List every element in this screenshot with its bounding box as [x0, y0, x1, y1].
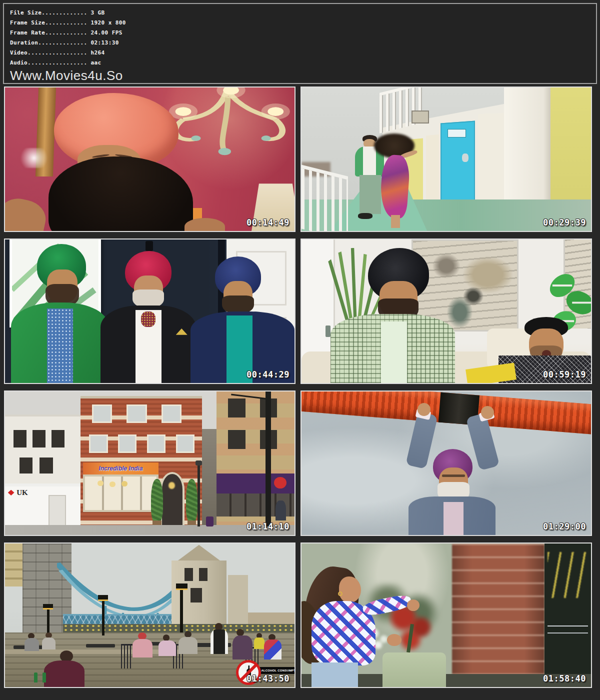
hand — [418, 403, 430, 416]
scene-london-street: UK Incredible India — [5, 392, 294, 535]
window — [40, 458, 52, 474]
yellow-top-torso — [254, 638, 264, 649]
topiary-tree — [186, 479, 198, 522]
screenshot-thumb-7[interactable]: ALCOHOL CONSUMPTION IS INJURIOUS 01:43:5… — [4, 542, 296, 688]
door-latch — [462, 154, 468, 162]
orange-pipe — [300, 390, 592, 436]
arched-doorway — [160, 472, 184, 526]
hand — [481, 406, 494, 419]
window — [176, 434, 195, 453]
hand — [407, 600, 419, 611]
screenshots-grid: 00:14:49 — [4, 86, 592, 688]
site-watermark: Www.Movies4u.So — [10, 68, 590, 83]
street-lamp — [198, 464, 200, 526]
incredible-india-sign: Incredible India — [99, 465, 143, 472]
timestamp-overlay: 01:43:50 — [246, 674, 290, 684]
alley — [202, 429, 216, 526]
blue-shirt — [47, 308, 73, 383]
arm — [406, 412, 438, 469]
hand — [184, 218, 225, 232]
beer-bottle — [42, 672, 46, 682]
wheelie-bin — [206, 516, 214, 526]
man-red-turban-torso — [132, 639, 153, 658]
file-info-line: Frame Rate............ 24.00 FPS — [10, 28, 590, 38]
hand — [387, 634, 402, 646]
waiter-torso — [210, 630, 228, 654]
mint-shirt — [381, 322, 407, 383]
lamp-post — [266, 392, 270, 526]
file-info-line: Frame Size............ 1920 x 800 — [10, 18, 590, 28]
window — [126, 404, 147, 423]
scene-three-men — [5, 240, 294, 383]
window — [32, 430, 46, 447]
scene-train-blur — [302, 544, 591, 687]
timestamp-overlay: 00:29:39 — [543, 218, 586, 228]
side-turret — [228, 575, 248, 624]
scene-hanging-pipe — [302, 392, 591, 535]
timestamp-overlay: 00:44:29 — [246, 370, 290, 380]
screenshot-thumb-6[interactable]: 01:29:00 — [300, 390, 592, 536]
window — [14, 430, 26, 447]
timestamp-overlay: 01:58:40 — [543, 674, 586, 684]
shop-door — [48, 495, 66, 526]
cafe-chair — [121, 644, 132, 668]
tower-window — [199, 568, 208, 581]
window — [20, 458, 32, 474]
shop-logo-circle — [274, 477, 286, 488]
cafe-table — [86, 644, 115, 648]
jeans — [312, 662, 358, 687]
timestamp-overlay: 00:14:49 — [246, 218, 290, 228]
scene-tower-bridge-cafe: ALCOHOL CONSUMPTION IS INJURIOUS — [5, 544, 294, 687]
file-info-line: Video................. h264 — [10, 48, 590, 58]
pink-shirt — [444, 502, 464, 535]
window — [228, 430, 246, 448]
woman-leg — [391, 215, 400, 228]
blurred-brick-wall — [452, 544, 544, 687]
scene-living-room — [302, 240, 591, 383]
window-rail — [548, 632, 588, 634]
window — [118, 434, 137, 453]
shop-sign-text: UK — [16, 488, 28, 497]
file-info-panel: File Size............. 3 GB Frame Size..… — [3, 3, 597, 84]
green-planter-pot — [382, 652, 446, 687]
window — [52, 430, 64, 447]
foreground-man-torso — [44, 660, 84, 687]
scene-beach-huts — [302, 88, 591, 231]
lamp-post — [180, 586, 183, 632]
diner-torso — [42, 638, 56, 650]
screenshot-thumb-1[interactable]: 00:14:49 — [4, 86, 296, 232]
file-info-line: Duration.............. 02:13:30 — [10, 38, 590, 48]
man-pants — [360, 175, 381, 214]
window — [147, 434, 166, 453]
colorful-jacket-torso — [264, 640, 282, 660]
cravat — [141, 312, 156, 328]
screenshot-thumb-5[interactable]: UK Incredible India — [4, 390, 296, 536]
screenshot-thumb-3[interactable]: 00:44:29 — [4, 238, 296, 384]
timestamp-overlay: 01:14:10 — [246, 522, 290, 532]
blue-door-plate — [448, 129, 466, 137]
file-info-line: Audio................. aac — [10, 58, 590, 68]
window — [89, 434, 108, 453]
window-rail — [548, 626, 588, 626]
lamp-post — [102, 598, 104, 636]
man-shoe — [358, 213, 372, 218]
tower-window — [184, 568, 193, 581]
screenshot-thumb-8[interactable]: 01:58:40 — [300, 542, 592, 688]
tower-window — [190, 588, 202, 602]
scene-red-room — [5, 88, 294, 231]
screenshot-thumb-2[interactable]: 00:29:39 — [300, 86, 592, 232]
lamp-head — [43, 604, 53, 610]
timestamp-overlay: 00:59:19 — [543, 370, 586, 380]
white-railing — [302, 165, 348, 232]
alcohol-warning-text: ALCOHOL CONSUMPTION IS INJURIOUS — [261, 669, 294, 672]
street-lamp-head — [196, 460, 202, 466]
wall-speaker — [146, 241, 153, 251]
cream-door — [426, 134, 439, 204]
storefront-window — [83, 474, 158, 512]
window — [228, 398, 246, 417]
lamp-head — [98, 595, 108, 600]
woman-torso — [158, 640, 176, 656]
doorway-chandelier — [168, 482, 175, 489]
screenshot-thumb-4[interactable]: 00:59:19 — [300, 238, 592, 384]
smoke-puff — [16, 148, 51, 168]
